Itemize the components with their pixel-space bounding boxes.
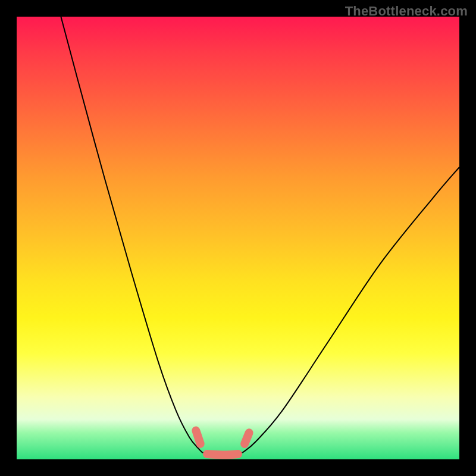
watermark-text: TheBottleneck.com <box>345 4 468 19</box>
plot-area <box>17 17 459 459</box>
chart-frame: TheBottleneck.com <box>0 0 476 476</box>
left-curve <box>61 17 202 453</box>
right-curve <box>242 167 459 453</box>
optimal-marker-segment <box>207 454 238 455</box>
optimal-marker-segment <box>245 433 249 444</box>
optimal-marker-segment <box>196 431 200 444</box>
chart-svg <box>17 17 459 459</box>
optimal-region-marker <box>196 431 249 455</box>
